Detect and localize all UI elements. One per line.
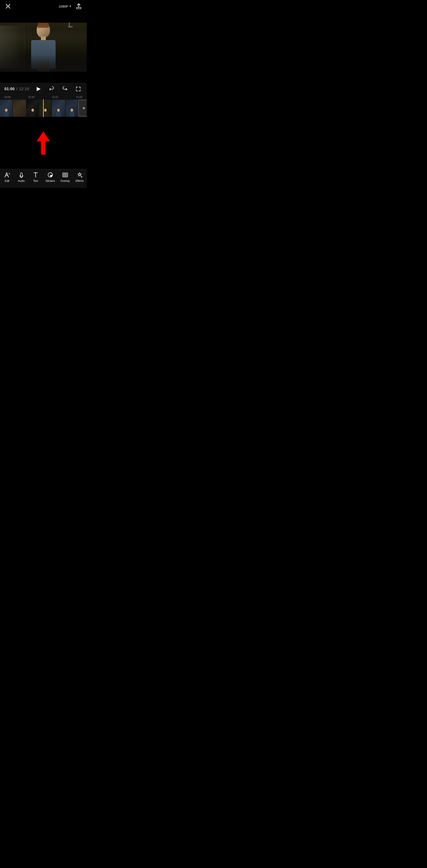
toolbar-items: Edit Audio Text — [0, 171, 87, 183]
controls-area: 01:00 / 12:10 — [0, 83, 87, 95]
thumb-content-1 — [0, 100, 12, 117]
thumbnail-4 — [39, 100, 52, 117]
time-controls: 01:00 / 12:10 — [4, 85, 82, 93]
fullscreen-icon — [76, 86, 81, 92]
ruler-mark-3: 01:04 — [76, 96, 82, 98]
thumb-person-3 — [30, 108, 35, 117]
overlay-label: Overlay — [61, 179, 70, 183]
svg-line-6 — [9, 173, 10, 174]
ruler-mark-1: 01:00 — [28, 96, 34, 98]
export-icon — [76, 3, 81, 9]
redo-icon — [62, 86, 68, 92]
thumb-person-1 — [4, 108, 9, 117]
thumbnail-6 — [66, 100, 78, 117]
mini-head-1 — [5, 108, 7, 112]
thumb-content-2 — [13, 100, 26, 117]
video-frame — [0, 11, 87, 83]
top-right-controls: 1080P ▼ — [59, 3, 82, 10]
close-button[interactable] — [4, 3, 11, 10]
export-button[interactable] — [75, 3, 82, 10]
thumbnail-1 — [0, 100, 12, 117]
app-container: 1080P ▼ — [0, 0, 87, 188]
lamp-base — [68, 26, 73, 27]
thumb-person-6 — [69, 108, 74, 117]
thumb-content-6 — [66, 100, 78, 117]
play-button[interactable] — [34, 85, 42, 93]
timeline-track[interactable]: + — [0, 99, 87, 117]
toolbar-item-audio[interactable]: Audio — [15, 171, 27, 183]
letterbox-top — [0, 11, 87, 23]
bottom-toolbar: Edit Audio Text — [0, 169, 87, 188]
playback-controls — [34, 85, 82, 93]
stickers-icon — [47, 172, 53, 178]
mini-head-4 — [44, 108, 47, 112]
toolbar-item-text[interactable]: Text — [29, 171, 41, 183]
edit-label: Edit — [5, 179, 9, 183]
mini-body-6 — [69, 112, 74, 117]
fullscreen-button[interactable] — [74, 85, 82, 93]
resolution-label: 1080P — [59, 4, 68, 8]
resolution-button[interactable]: 1080P ▼ — [59, 4, 72, 8]
thumbnail-2 — [13, 100, 26, 117]
toolbar-item-stickers[interactable]: Stickers — [43, 171, 57, 183]
toolbar-item-effects[interactable]: Effects — [73, 171, 86, 183]
add-clip-icon: + — [82, 105, 86, 111]
letterbox-bottom — [0, 72, 87, 83]
mini-head-3 — [31, 108, 34, 112]
thumb-person-5 — [56, 108, 61, 117]
ruler-mark-2: 01:02 — [52, 96, 59, 98]
arrow-head — [37, 131, 50, 141]
close-icon — [6, 4, 10, 9]
effects-label: Effects — [76, 179, 84, 183]
redo-button[interactable] — [61, 85, 69, 93]
top-bar: 1080P ▼ — [0, 0, 87, 11]
add-clip-button[interactable]: + — [78, 100, 87, 117]
time-display: 01:00 / 12:10 — [4, 87, 29, 91]
arrow-area — [0, 117, 87, 169]
effects-icon — [76, 172, 83, 178]
person-head — [37, 22, 50, 38]
timeline-ruler: 00:58 01:00 01:02 01:04 — [0, 95, 87, 99]
video-preview — [0, 11, 87, 83]
svg-line-4 — [7, 173, 8, 177]
total-time: 12:10 — [19, 87, 29, 91]
audio-label: Audio — [18, 179, 25, 183]
text-label: Text — [33, 179, 38, 183]
resolution-chevron: ▼ — [69, 5, 72, 7]
mini-body-5 — [56, 112, 61, 117]
svg-line-3 — [5, 173, 7, 177]
arrow-shaft — [41, 141, 45, 155]
undo-button[interactable] — [47, 85, 56, 93]
thumb-content-5 — [52, 100, 65, 117]
play-icon — [37, 87, 41, 91]
toolbar-item-edit[interactable]: Edit — [1, 171, 13, 183]
mini-body-1 — [4, 112, 9, 117]
toolbar-item-overlay[interactable]: Overlay — [59, 171, 71, 183]
svg-rect-2 — [76, 7, 81, 9]
thumb-content-4 — [39, 100, 52, 117]
thumbnail-3 — [27, 100, 39, 117]
edit-icon — [4, 172, 10, 178]
time-separator: / — [15, 87, 19, 91]
overlay-icon — [62, 172, 68, 178]
stickers-label: Stickers — [45, 179, 55, 183]
ruler-mark-0: 00:58 — [4, 96, 11, 98]
thumbnail-5 — [52, 100, 65, 117]
audio-icon — [18, 172, 25, 178]
undo-icon — [49, 86, 54, 92]
mini-body-3 — [30, 112, 35, 117]
red-arrow — [37, 131, 50, 155]
playhead — [43, 99, 43, 117]
mini-head-5 — [57, 108, 60, 112]
mini-head-6 — [70, 108, 73, 112]
thumb-content-3 — [27, 100, 39, 117]
current-time: 01:00 — [4, 87, 15, 91]
timeline-area[interactable]: 00:58 01:00 01:02 01:04 — [0, 95, 87, 117]
text-icon — [32, 172, 39, 178]
